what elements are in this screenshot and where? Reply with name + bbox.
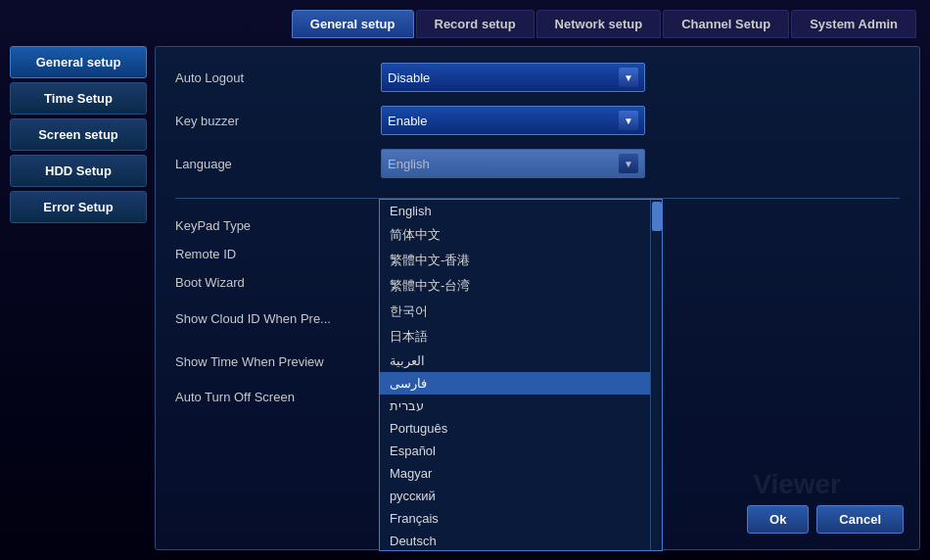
tab-record-setup[interactable]: Record setup [416, 10, 535, 38]
language-option-13[interactable]: Français [380, 507, 662, 530]
keypad-type-label: KeyPad Type [175, 218, 381, 233]
tab-network-setup[interactable]: Network setup [536, 10, 662, 38]
language-dropdown-popup: English简体中文繁體中文-香港繁體中文-台湾한국어日本語العربيةفا… [379, 199, 663, 551]
main-content: General setup Time Setup Screen setup HD… [10, 46, 920, 550]
language-scrollbar[interactable] [650, 200, 662, 550]
language-scrollbar-thumb [652, 202, 662, 231]
cancel-button[interactable]: Cancel [816, 505, 904, 534]
right-panel: Auto Logout Disable ▼ Key buzzer Enable [155, 46, 920, 550]
key-buzzer-arrow-icon: ▼ [619, 111, 638, 130]
language-option-12[interactable]: русский [380, 485, 662, 507]
auto-logout-control: Disable ▼ [381, 63, 645, 92]
language-option-4[interactable]: 한국어 [380, 299, 662, 324]
tab-general-setup[interactable]: General setup [292, 10, 414, 38]
key-buzzer-row: Key buzzer Enable ▼ [175, 106, 900, 135]
auto-logout-dropdown[interactable]: Disable ▼ [381, 63, 645, 92]
language-options-list: English简体中文繁體中文-香港繁體中文-台湾한국어日本語العربيةفا… [379, 199, 663, 551]
language-row: Language English ▼ [175, 149, 900, 178]
sidebar-item-hdd-setup[interactable]: HDD Setup [10, 155, 147, 187]
language-option-1[interactable]: 简体中文 [380, 222, 662, 248]
remote-id-label: Remote ID [175, 247, 381, 261]
ok-button[interactable]: Ok [747, 505, 809, 534]
auto-logout-arrow-icon: ▼ [619, 68, 638, 87]
language-option-0[interactable]: English [380, 200, 662, 222]
show-cloud-label: Show Cloud ID When Pre... [175, 311, 381, 326]
key-buzzer-value: Enable [388, 114, 427, 128]
language-option-14[interactable]: Deutsch [380, 530, 662, 551]
auto-logout-value: Disable [388, 70, 430, 85]
language-option-10[interactable]: Español [380, 440, 662, 462]
language-value: English [388, 157, 430, 171]
watermark: Viewer [753, 469, 841, 500]
language-option-11[interactable]: Magyar [380, 462, 662, 485]
sidebar-item-error-setup[interactable]: Error Setup [10, 191, 147, 223]
auto-logout-label: Auto Logout [175, 70, 381, 85]
boot-wizard-label: Boot Wizard [175, 275, 381, 290]
language-option-7[interactable]: فارسی [380, 372, 662, 395]
key-buzzer-label: Key buzzer [175, 114, 381, 128]
language-label: Language [175, 157, 381, 171]
button-row: Ok Cancel [747, 505, 904, 534]
tab-bar: General setup Record setup Network setup… [10, 10, 920, 38]
sidebar-item-general-setup[interactable]: General setup [10, 46, 147, 78]
language-option-5[interactable]: 日本語 [380, 324, 662, 350]
sidebar-item-screen-setup[interactable]: Screen setup [10, 118, 147, 151]
tab-channel-setup[interactable]: Channel Setup [663, 10, 789, 38]
language-option-9[interactable]: Português [380, 417, 662, 440]
key-buzzer-control: Enable ▼ [381, 106, 645, 135]
language-arrow-icon: ▼ [619, 154, 638, 173]
sidebar-item-time-setup[interactable]: Time Setup [10, 82, 147, 115]
language-option-8[interactable]: עברית [380, 395, 662, 417]
auto-turn-label: Auto Turn Off Screen [175, 390, 381, 404]
language-option-6[interactable]: العربية [380, 350, 662, 372]
language-options-container: English简体中文繁體中文-香港繁體中文-台湾한국어日本語العربيةفا… [380, 200, 662, 551]
sidebar: General setup Time Setup Screen setup HD… [10, 46, 147, 550]
language-dropdown[interactable]: English ▼ [381, 149, 645, 178]
show-time-label: Show Time When Preview [175, 354, 381, 369]
language-option-3[interactable]: 繁體中文-台湾 [380, 273, 662, 299]
tab-system-admin[interactable]: System Admin [791, 10, 916, 38]
language-option-2[interactable]: 繁體中文-香港 [380, 248, 662, 273]
language-control: English ▼ [381, 149, 645, 178]
key-buzzer-dropdown[interactable]: Enable ▼ [381, 106, 645, 135]
auto-logout-row: Auto Logout Disable ▼ [175, 63, 900, 92]
